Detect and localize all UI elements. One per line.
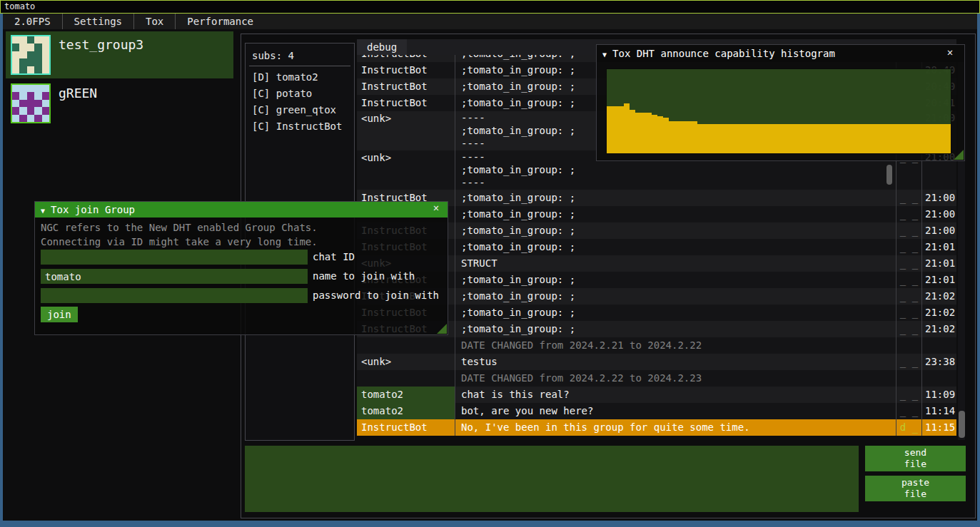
avatar-pixel bbox=[12, 115, 19, 122]
avatar-pixel bbox=[34, 85, 41, 92]
member-item-d-tomato2[interactable]: [D] tomato2 bbox=[246, 69, 354, 86]
histogram-bar bbox=[832, 124, 838, 153]
chat-row[interactable]: tomato2chat is this real?_ _11:09 bbox=[357, 387, 956, 403]
histogram-resize-grip[interactable] bbox=[954, 150, 964, 160]
histogram-bar bbox=[754, 124, 759, 153]
chat-row-name: tomato2 bbox=[357, 403, 455, 419]
avatar-pixel bbox=[42, 58, 49, 66]
histogram-bar bbox=[810, 124, 816, 153]
histogram-bar bbox=[776, 124, 782, 153]
avatar-pixel bbox=[34, 115, 41, 122]
group-avatar bbox=[11, 35, 51, 75]
chat-row-message: ;tomato_in_group: ; bbox=[455, 239, 896, 255]
chat-row-time: 21:02 bbox=[922, 288, 956, 305]
join-button[interactable]: join bbox=[41, 307, 78, 322]
name-to-join-input[interactable] bbox=[41, 269, 308, 284]
avatar-pixel bbox=[34, 92, 41, 99]
join-close-icon[interactable]: ✕ bbox=[429, 202, 443, 213]
chat-row-message: bot, are you new here? bbox=[455, 403, 896, 419]
avatar-pixel bbox=[42, 36, 49, 44]
histogram-close-icon[interactable]: ✕ bbox=[943, 46, 957, 58]
chat-scrollbar-thumb[interactable] bbox=[959, 411, 965, 438]
menu-item-2-0fps: 2.0FPS bbox=[3, 14, 62, 29]
join-resize-grip[interactable] bbox=[437, 324, 447, 334]
menu-item-tox[interactable]: Tox bbox=[134, 14, 175, 29]
inner-scrollbar-thumb[interactable] bbox=[886, 165, 892, 185]
histogram-bar bbox=[630, 110, 635, 153]
histogram-bar bbox=[748, 124, 754, 153]
group-item-green[interactable]: gREEN bbox=[6, 80, 233, 123]
histogram-bar bbox=[849, 124, 855, 153]
window-titlebar[interactable]: tomato bbox=[0, 0, 980, 14]
group-name: test_group3 bbox=[59, 37, 143, 52]
chat-row-flags: _ _ bbox=[896, 321, 922, 337]
chat-row[interactable]: DATE CHANGED from 2024.2.22 to 2024.2.23 bbox=[357, 370, 956, 387]
chat-row[interactable]: <unk>testus_ _23:38 bbox=[357, 354, 956, 370]
histogram-bar bbox=[737, 124, 742, 153]
avatar-pixel bbox=[27, 51, 34, 58]
avatar-pixel bbox=[19, 107, 26, 114]
chat-row-time: 21:02 bbox=[922, 305, 956, 321]
avatar-pixel bbox=[27, 58, 34, 66]
histogram-bar bbox=[612, 106, 618, 153]
histogram-bar bbox=[911, 124, 917, 153]
join-hint-line2: Connecting via ID might take a very long… bbox=[41, 236, 318, 247]
chat-row-message: ;tomato_in_group: ; bbox=[455, 190, 896, 206]
histogram-bar bbox=[607, 106, 612, 153]
member-item-c-potato[interactable]: [C] potato bbox=[246, 86, 354, 102]
chat-row-time: 23:38 bbox=[922, 354, 956, 370]
chat-row-time: 21:01 bbox=[922, 255, 956, 272]
histogram-bar bbox=[770, 124, 776, 153]
histogram-bar bbox=[889, 124, 894, 153]
histogram-bar bbox=[827, 124, 832, 153]
histogram-bar bbox=[878, 124, 884, 153]
send-file-button[interactable]: send file bbox=[865, 446, 966, 471]
paste-file-button[interactable]: paste file bbox=[865, 476, 966, 501]
histogram-window: ▼Tox DHT announce capability histogram ✕ bbox=[596, 44, 965, 161]
chat-row-message: ;tomato_in_group: ; bbox=[455, 321, 896, 337]
histogram-window-title: Tox DHT announce capability histogram bbox=[612, 48, 835, 59]
avatar-pixel bbox=[19, 44, 26, 51]
chat-row[interactable]: InstructBotNo, I've been in this group f… bbox=[357, 419, 956, 436]
chat-row-name: <unk> bbox=[357, 354, 455, 370]
menu-item-settings[interactable]: Settings bbox=[63, 14, 133, 29]
avatar-pixel bbox=[42, 44, 49, 51]
histogram-bar bbox=[697, 124, 703, 153]
histogram-bar bbox=[782, 124, 787, 153]
histogram-bar bbox=[731, 124, 737, 153]
chat-row[interactable]: DATE CHANGED from 2024.2.21 to 2024.2.22 bbox=[357, 337, 956, 354]
histogram-bar bbox=[923, 124, 929, 153]
histogram-bar bbox=[821, 124, 827, 153]
avatar-pixel bbox=[12, 92, 19, 99]
menubar: 2.0FPSSettingsToxPerformance bbox=[3, 14, 977, 29]
avatar-pixel bbox=[19, 58, 26, 66]
member-item-c-instructbot[interactable]: [C] InstructBot bbox=[246, 118, 354, 135]
chat-row-message: ;tomato_in_group: ; bbox=[455, 272, 896, 288]
avatar-pixel bbox=[12, 107, 19, 114]
chat-row-time bbox=[922, 337, 956, 354]
paste-file-label-line1: paste bbox=[869, 477, 961, 488]
histogram-bar bbox=[787, 124, 793, 153]
chat-row-message: No, I've been in this group for quite so… bbox=[455, 419, 896, 436]
histogram-bar bbox=[855, 124, 861, 153]
avatar-pixel bbox=[12, 58, 19, 66]
chat-id-input[interactable] bbox=[41, 250, 308, 265]
tab-debug[interactable]: debug bbox=[357, 39, 407, 55]
join-window-titlebar[interactable]: ▼Tox join Group bbox=[35, 202, 448, 218]
group-item-test-group3[interactable]: test_group3 bbox=[6, 31, 233, 78]
chat-row-name: InstructBot bbox=[357, 62, 455, 78]
collapse-arrow-icon[interactable]: ▼ bbox=[602, 46, 607, 63]
histogram-window-titlebar[interactable]: ▼Tox DHT announce capability histogram bbox=[597, 45, 964, 62]
avatar-pixel bbox=[42, 85, 49, 92]
avatar-pixel bbox=[42, 51, 49, 58]
avatar-pixel bbox=[34, 51, 41, 58]
chat-row[interactable]: tomato2bot, are you new here?_ _11:14 bbox=[357, 403, 956, 419]
avatar-pixel bbox=[12, 36, 19, 44]
message-input[interactable] bbox=[245, 446, 859, 512]
menu-item-performance[interactable]: Performance bbox=[176, 14, 265, 29]
member-item-c-green-qtox[interactable]: [C] green_qtox bbox=[246, 102, 354, 118]
collapse-arrow-icon[interactable]: ▼ bbox=[41, 203, 45, 219]
histogram-bar bbox=[872, 124, 878, 153]
password-to-join-input[interactable] bbox=[41, 288, 308, 303]
avatar-pixel bbox=[42, 92, 49, 99]
